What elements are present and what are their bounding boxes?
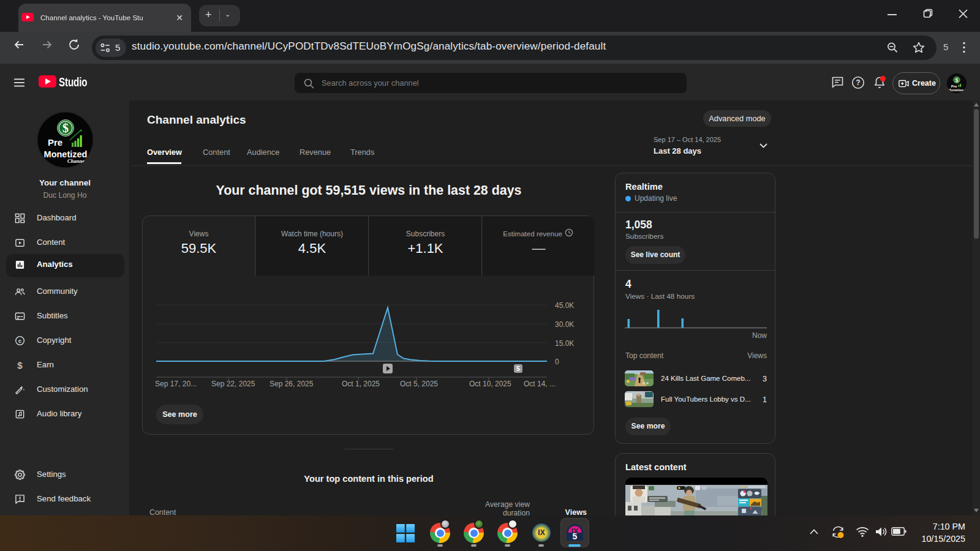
svg-text:$: $ (956, 77, 959, 83)
svg-text:Pre: Pre (48, 137, 62, 148)
svg-text:?: ? (856, 78, 860, 87)
svg-text:5: 5 (573, 531, 578, 541)
svg-text:$: $ (17, 360, 23, 370)
svg-text:c: c (18, 338, 21, 344)
svg-text:$: $ (62, 121, 69, 135)
